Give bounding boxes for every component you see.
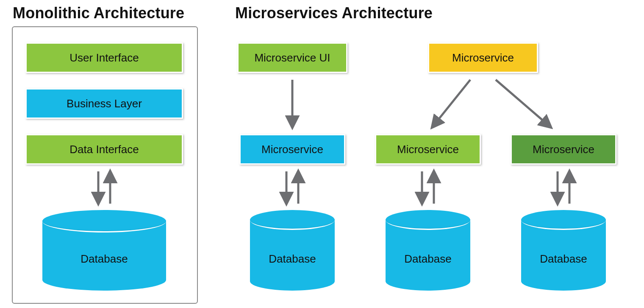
box-label: User Interface bbox=[69, 51, 139, 64]
box-label: Microservice UI bbox=[254, 51, 330, 64]
box-label: Business Layer bbox=[67, 97, 142, 110]
database-label: Database bbox=[42, 252, 166, 266]
box-label: Microservice bbox=[397, 143, 459, 156]
database-label: Database bbox=[521, 252, 606, 266]
microservice-mid-3: Microservice bbox=[511, 134, 616, 165]
arrow-diagonal-right-icon bbox=[496, 80, 551, 127]
box-label: Microservice bbox=[261, 143, 323, 156]
monolithic-layer-user-interface: User Interface bbox=[25, 42, 183, 73]
monolithic-layer-business: Business Layer bbox=[25, 88, 183, 119]
arrow-diagonal-left-icon bbox=[432, 80, 470, 127]
diagram-canvas: Monolithic Architecture Microservices Ar… bbox=[0, 0, 644, 308]
microservice-db-2: Database bbox=[386, 210, 470, 291]
box-label: Data Interface bbox=[69, 143, 139, 156]
monolithic-database: Database bbox=[42, 210, 166, 291]
microservice-db-1: Database bbox=[250, 210, 335, 291]
microservice-mid-2: Microservice bbox=[375, 134, 481, 165]
box-label: Microservice bbox=[533, 143, 594, 156]
database-label: Database bbox=[386, 252, 470, 266]
monolithic-layer-data-interface: Data Interface bbox=[25, 134, 183, 165]
microservice-mid-1: Microservice bbox=[239, 134, 345, 165]
database-label: Database bbox=[250, 252, 335, 266]
monolithic-title: Monolithic Architecture bbox=[13, 4, 184, 22]
microservice-db-3: Database bbox=[521, 210, 606, 291]
microservice-ui-box: Microservice UI bbox=[237, 42, 347, 73]
microservice-top-box: Microservice bbox=[428, 42, 538, 73]
microservices-title: Microservices Architecture bbox=[235, 4, 433, 22]
box-label: Microservice bbox=[452, 51, 514, 64]
